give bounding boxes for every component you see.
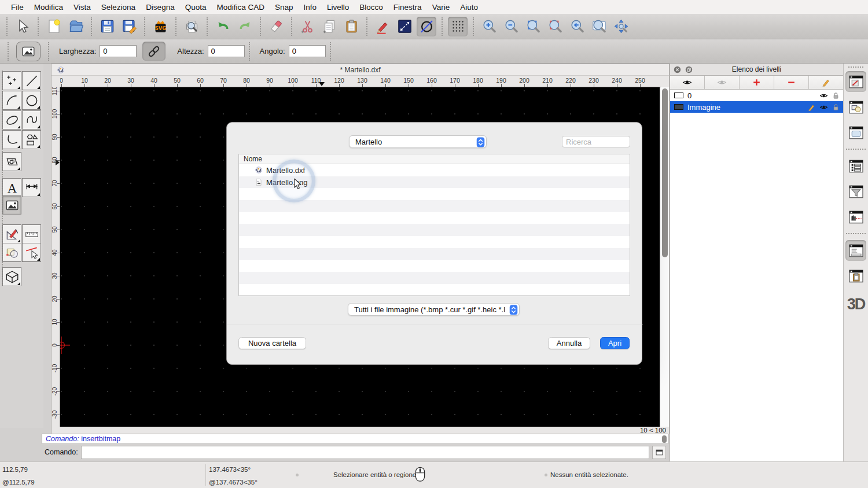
close-icon[interactable]: [674, 66, 681, 73]
distance-button[interactable]: [395, 17, 414, 36]
print-preview-button[interactable]: [182, 17, 201, 36]
menu-seleziona[interactable]: Seleziona: [96, 3, 141, 12]
points-tool-button[interactable]: [2, 71, 21, 90]
command-history-scrollbar[interactable]: [662, 435, 667, 443]
text-tool-button[interactable]: A: [2, 178, 21, 197]
box3d-tool-button[interactable]: [2, 267, 21, 286]
grid-button[interactable]: [448, 17, 468, 36]
selection-filter-dock-button[interactable]: [845, 181, 866, 202]
angle-input[interactable]: [289, 45, 326, 57]
ruler-label: 200: [516, 77, 533, 84]
blocks-tool-button[interactable]: [2, 243, 21, 262]
filter-dropdown[interactable]: Tutti i file immagine (*.bmp *.cur *.gif…: [348, 303, 520, 316]
hatch-tool-button[interactable]: [2, 152, 21, 171]
width-input[interactable]: [100, 45, 137, 57]
zoom-auto-button[interactable]: [523, 17, 543, 36]
menu-info[interactable]: Info: [299, 3, 322, 12]
canvas-vertical-scrollbar[interactable]: [660, 87, 669, 427]
draw-pen-button[interactable]: [373, 17, 392, 36]
svg-export-button[interactable]: SVG: [150, 17, 170, 36]
eraser-button[interactable]: [266, 17, 286, 36]
pencil-icon[interactable]: [807, 103, 816, 112]
document-title-bar[interactable]: * Martello.dxf: [52, 64, 669, 76]
menu-varie[interactable]: Varie: [427, 3, 455, 12]
image-insert-tool-button[interactable]: [2, 195, 21, 215]
search-input[interactable]: [562, 136, 630, 147]
scrollbar-thumb[interactable]: [662, 88, 668, 257]
polyline-tool-button[interactable]: [2, 130, 21, 149]
ellipse-tool-button[interactable]: [2, 110, 21, 130]
menu-blocco[interactable]: Blocco: [354, 3, 388, 12]
zoom-previous-button[interactable]: [567, 17, 587, 36]
pan-button[interactable]: [611, 17, 631, 36]
menu-vista[interactable]: Vista: [68, 3, 96, 12]
new-folder-button[interactable]: Nuova cartella: [238, 337, 306, 349]
menu-quota[interactable]: Quota: [180, 3, 212, 12]
image-tool-button[interactable]: [16, 42, 41, 61]
library-browser-dock-button[interactable]: [845, 122, 866, 143]
zoom-out-button[interactable]: [501, 17, 521, 36]
layer-list-dock-button[interactable]: [845, 71, 866, 92]
eye-icon[interactable]: [819, 103, 828, 112]
undo-button[interactable]: [213, 17, 233, 36]
ruler-label: 30: [122, 77, 139, 84]
menu-finestra[interactable]: Finestra: [388, 3, 427, 12]
zoom-in-button[interactable]: [479, 17, 499, 36]
location-dropdown[interactable]: Martello: [349, 135, 487, 148]
arc-tool-button[interactable]: [2, 91, 21, 110]
eye-layer-button[interactable]: [670, 76, 705, 89]
menu-snap[interactable]: Snap: [270, 3, 299, 12]
entity-list-dock-button[interactable]: [845, 156, 866, 176]
layer-row-Immagine[interactable]: Immagine: [670, 101, 843, 113]
dimension-tool-button[interactable]: [22, 178, 41, 197]
open-folder-button[interactable]: [66, 17, 86, 36]
float-panel-icon[interactable]: [685, 66, 693, 73]
menu-aiuto[interactable]: Aiuto: [455, 3, 483, 12]
laser-pointer-dock-button[interactable]: [845, 206, 866, 227]
circle-tool-button[interactable]: [22, 91, 41, 110]
cut-button[interactable]: [297, 17, 317, 36]
zoom-window-button[interactable]: [589, 17, 609, 36]
modify-tool-button[interactable]: [2, 224, 21, 243]
line-tool-button[interactable]: [22, 71, 41, 90]
stepper-icon: [509, 305, 518, 315]
measure-tool-button[interactable]: [22, 224, 41, 243]
menu-modifica[interactable]: Modifica: [29, 3, 68, 12]
ruler-label: 0: [60, 77, 70, 84]
redo-button[interactable]: [235, 17, 255, 36]
paste-button[interactable]: [341, 17, 361, 36]
ellipse-line-button[interactable]: [417, 17, 436, 36]
command-input[interactable]: [81, 446, 649, 459]
copy-button[interactable]: [319, 17, 339, 36]
zoom-selection-button[interactable]: [545, 17, 565, 36]
link-dimensions-button[interactable]: [142, 42, 165, 61]
shapes-tool-button[interactable]: [22, 130, 41, 149]
layer-row-0[interactable]: 0: [670, 90, 843, 101]
cursor-button[interactable]: [13, 17, 32, 36]
command-window-toggle-button[interactable]: [652, 446, 666, 459]
block-list-dock-button[interactable]: [845, 97, 866, 117]
menu-modifica-cad[interactable]: Modifica CAD: [211, 3, 270, 12]
eye-icon[interactable]: [819, 91, 828, 100]
eye-off-layer-button[interactable]: [705, 76, 740, 89]
dock-handle[interactable]: [848, 66, 863, 68]
select-tool-button[interactable]: [22, 243, 41, 262]
menu-disegna[interactable]: Disegna: [141, 3, 180, 12]
spline-tool-button[interactable]: [22, 110, 41, 130]
menu-livello[interactable]: Livello: [322, 3, 354, 12]
new-file-button[interactable]: [44, 17, 64, 36]
command-line-dock-button[interactable]: [845, 240, 866, 261]
command-history[interactable]: Comando: insertbitmap: [42, 434, 668, 444]
save-button[interactable]: [97, 17, 117, 36]
save-as-button[interactable]: [119, 17, 139, 36]
open-button[interactable]: Apri: [600, 337, 630, 349]
minus-layer-button[interactable]: [774, 76, 809, 89]
lock-icon[interactable]: [832, 91, 840, 100]
pencil-layer-button[interactable]: [809, 76, 843, 89]
plus-layer-button[interactable]: [740, 76, 774, 89]
menu-file[interactable]: File: [6, 3, 29, 12]
height-input[interactable]: [208, 45, 245, 57]
clipboard-dock-button[interactable]: [845, 265, 866, 286]
lock-icon[interactable]: [832, 103, 840, 112]
cancel-button[interactable]: Annulla: [548, 337, 590, 349]
